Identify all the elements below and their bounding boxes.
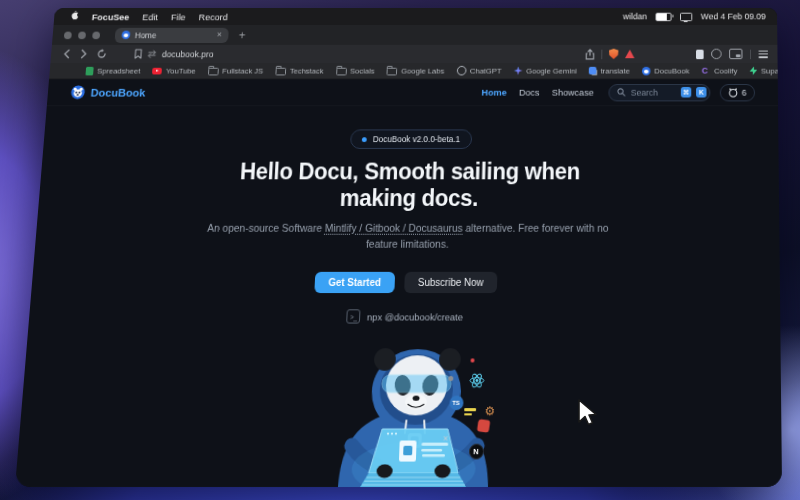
traffic-light-zoom[interactable] [92,31,100,39]
bookmark-coolify[interactable]: Coolify [702,66,738,75]
battery-icon[interactable] [656,12,672,20]
red-package-icon [476,419,490,433]
picture-in-picture-icon[interactable] [729,49,742,59]
menu-file[interactable]: File [171,11,186,21]
bookmark-fullstack-js[interactable]: Fullstack JS [208,66,264,76]
site-brand-name: DocuBook [90,86,146,98]
install-command-text: npx @docubook/create [367,311,463,322]
menubar-username: wildan [623,12,647,21]
menu-edit[interactable]: Edit [142,11,158,21]
menu-record[interactable]: Record [198,11,228,21]
hero-title: Hello Docu, Smooth sailing when making d… [200,159,618,212]
address-bar[interactable]: docubook.pro [134,49,214,59]
menubar-clock[interactable]: Wed 4 Feb 09.09 [701,12,766,21]
nav-docs[interactable]: Docs [519,87,540,98]
github-button[interactable]: 6 [720,84,755,101]
install-command[interactable]: npx @docubook/create [29,310,781,324]
webpage: DocuBook Home Docs Showcase Search ⌘ K [15,79,782,487]
gemini-icon [514,66,523,75]
display-icon[interactable] [680,12,692,20]
browser-toolbar: docubook.pro [50,45,777,63]
bookmarks-divider [73,66,74,76]
tab-home[interactable]: Home × [115,27,229,42]
bookmark-google-labs[interactable]: Google Labs [387,66,445,76]
toolbar-divider [750,49,751,59]
share-icon[interactable] [585,48,595,59]
terminal-icon [346,310,360,324]
site-header: DocuBook Home Docs Showcase Search ⌘ K [47,79,778,106]
version-badge[interactable]: DocuBook v2.0.0-beta.1 [350,129,472,148]
close-x-icon: × [443,435,449,444]
macos-menubar: FocuSee Edit File Record wildan Wed 4 Fe… [54,8,778,25]
bookmark-chatgpt[interactable]: ChatGPT [456,66,501,76]
reading-list-icon[interactable] [134,49,142,59]
url-text[interactable]: docubook.pro [162,49,214,59]
bookmark-google-gemini[interactable]: Google Gemini [514,66,577,75]
bookmark-socials[interactable]: Socials [336,66,375,76]
gear-icon: ⚙ [484,405,495,418]
folder-icon [387,68,398,76]
bookmark-docubook[interactable]: DocuBook [642,66,689,75]
traffic-light-minimize[interactable] [78,31,86,39]
browser-tabbar: Home × + [52,25,777,45]
bookmark-translate[interactable]: translate [589,66,630,75]
site-logo[interactable]: DocuBook [70,85,146,99]
nav-home[interactable]: Home [481,87,506,98]
reader-icon[interactable] [696,49,704,59]
bookmarks-bar: Spreadsheet YouTube Fullstack JS Techsta… [49,63,778,79]
github-star-count: 6 [742,87,747,97]
toolbar-divider [601,49,602,59]
bookmark-spreadsheet[interactable]: Spreadsheet [85,66,140,75]
panda-mascot-illustration: TS ⚙ × N [292,334,536,487]
bookmark-supabase[interactable]: Supabase [750,66,782,75]
docubook-favicon [121,31,130,40]
folder-icon [208,68,219,76]
youtube-icon [152,67,162,74]
site-nav: Home Docs Showcase [481,87,593,98]
sheets-icon [85,66,93,75]
traffic-light-close[interactable] [64,31,72,39]
coolify-icon [702,66,711,75]
docubook-logo-icon [70,85,85,99]
shield-extension-icon[interactable] [609,49,619,59]
docubook-icon [642,66,651,75]
translate-icon [589,67,597,75]
cmd-key-badge: ⌘ [681,87,691,98]
browser-menu-icon[interactable] [759,50,769,58]
folder-icon [336,68,347,76]
search-input[interactable]: Search ⌘ K [609,84,710,101]
supabase-icon [750,66,758,75]
cta-row: Get Started Subscribe Now [31,272,780,293]
reload-icon[interactable] [96,49,107,59]
search-placeholder: Search [631,87,658,97]
new-tab-button[interactable]: + [238,28,245,41]
badge-dot-icon [362,137,367,142]
github-icon [728,87,738,97]
apple-icon[interactable] [69,10,79,23]
react-icon [468,373,484,393]
menubar-app-name[interactable]: FocuSee [92,11,130,21]
wallpaper: FocuSee Edit File Record wildan Wed 4 Fe… [0,0,800,500]
hero-section: DocuBook v2.0.0-beta.1 Hello Docu, Smoot… [15,106,782,487]
back-icon[interactable] [62,49,71,59]
alternatives-link[interactable]: Mintlify / Gitbook / Docusaurus [325,222,463,234]
folder-icon [275,68,286,76]
recorded-screen: FocuSee Edit File Record wildan Wed 4 Fe… [15,8,782,487]
hero-subtitle: An open-source Software Mintlify / Gitbo… [194,220,620,252]
search-icon [617,88,626,97]
bookmark-techstack[interactable]: Techstack [275,66,324,76]
nav-showcase[interactable]: Showcase [552,87,594,98]
subscribe-button[interactable]: Subscribe Now [404,272,498,293]
version-badge-label: DocuBook v2.0.0-beta.1 [373,134,461,144]
forward-icon[interactable] [79,49,88,59]
mouse-cursor [576,398,602,428]
chat-icon[interactable] [711,49,721,59]
warning-extension-icon[interactable] [625,50,635,59]
js-code-icon [464,408,476,415]
bookmark-youtube[interactable]: YouTube [152,66,196,75]
get-started-button[interactable]: Get Started [314,272,395,293]
tab-close-icon[interactable]: × [217,31,223,40]
apps-grid-icon[interactable] [61,67,62,75]
site-info-icon[interactable] [147,50,156,59]
tab-title: Home [135,30,157,39]
